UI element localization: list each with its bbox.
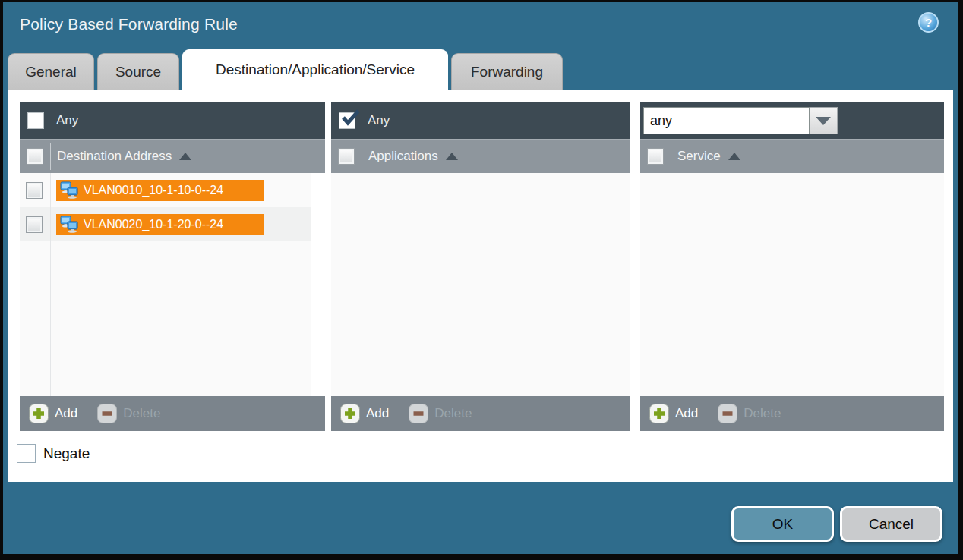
address-object-chip[interactable]: VLAN0020_10-1-20-0--24 — [56, 214, 264, 235]
delete-minus-icon — [409, 404, 428, 423]
service-dropdown — [643, 107, 838, 134]
delete-button-disabled[interactable]: Delete — [718, 404, 781, 423]
delete-minus-icon — [718, 404, 737, 423]
delete-button-disabled[interactable]: Delete — [97, 404, 160, 423]
row-checkbox[interactable] — [26, 216, 43, 233]
add-button[interactable]: Add — [29, 404, 77, 423]
applications-footer: Add Delete — [331, 396, 630, 431]
sort-ascending-icon — [446, 153, 458, 160]
applications-any-label: Any — [368, 113, 390, 128]
applications-column-header[interactable]: Applications — [331, 139, 630, 173]
column-divider — [362, 143, 362, 170]
add-plus-icon — [340, 404, 360, 423]
delete-button-label: Delete — [744, 406, 781, 421]
cancel-button[interactable]: Cancel — [840, 506, 942, 542]
delete-button-label: Delete — [434, 406, 472, 421]
pbf-rule-dialog: Policy Based Forwarding Rule ? General S… — [3, 2, 958, 554]
sort-ascending-icon — [728, 153, 740, 160]
applications-column-label: Applications — [368, 149, 438, 164]
table-row: VLAN0010_10-1-10-0--24 — [20, 173, 311, 207]
service-footer: Add Delete — [640, 396, 944, 431]
service-dropdown-bar — [640, 102, 944, 139]
add-button-label: Add — [675, 406, 698, 421]
applications-select-all-checkbox[interactable] — [338, 148, 355, 165]
delete-minus-icon — [97, 404, 117, 423]
tab-general[interactable]: General — [8, 53, 94, 90]
network-address-icon — [60, 181, 79, 199]
scrollbar-track — [311, 173, 325, 396]
address-object-name: VLAN0020_10-1-20-0--24 — [84, 218, 223, 231]
destination-select-all-checkbox[interactable] — [27, 148, 43, 165]
tab-destination-application-service[interactable]: Destination/Application/Service — [182, 49, 448, 90]
dialog-title: Policy Based Forwarding Rule — [20, 15, 238, 33]
service-dropdown-button[interactable] — [810, 107, 838, 134]
address-object-chip[interactable]: VLAN0010_10-1-10-0--24 — [56, 180, 264, 201]
destination-any-checkbox[interactable] — [27, 112, 44, 129]
tab-source[interactable]: Source — [97, 53, 179, 90]
row-checkbox[interactable] — [26, 182, 43, 199]
destination-any-bar: Any — [20, 102, 325, 139]
service-column-header[interactable]: Service — [640, 139, 944, 173]
service-panel: Service Add — [640, 102, 944, 431]
add-button[interactable]: Add — [649, 404, 698, 423]
negate-option: Negate — [17, 444, 90, 463]
add-button-label: Add — [55, 406, 77, 421]
pbf-rule-dialog-screen: Policy Based Forwarding Rule ? General S… — [0, 0, 963, 560]
delete-button-label: Delete — [123, 406, 160, 421]
destination-address-panel: Any Destination Address — [20, 102, 325, 431]
applications-any-bar: Any — [331, 102, 630, 139]
column-divider — [50, 173, 51, 396]
ok-button[interactable]: OK — [731, 506, 834, 542]
tab-content: Any Destination Address — [8, 90, 953, 482]
add-plus-icon — [649, 404, 669, 423]
checkmark-icon — [340, 109, 360, 128]
tab-bar: General Source Destination/Application/S… — [8, 49, 566, 90]
tab-forwarding[interactable]: Forwarding — [451, 53, 563, 90]
destination-footer: Add Delete — [20, 396, 325, 431]
negate-checkbox[interactable] — [17, 444, 36, 463]
destination-column-header[interactable]: Destination Address — [20, 139, 325, 173]
address-object-name: VLAN0010_10-1-10-0--24 — [84, 184, 223, 197]
add-button-label: Add — [366, 406, 389, 421]
sort-ascending-icon — [179, 153, 191, 160]
chevron-down-icon — [816, 117, 831, 125]
negate-label: Negate — [43, 445, 90, 462]
add-plus-icon — [29, 404, 49, 423]
column-divider — [50, 143, 51, 170]
add-button[interactable]: Add — [340, 404, 389, 423]
applications-list — [331, 173, 630, 396]
destination-column-label: Destination Address — [57, 149, 172, 164]
help-icon[interactable]: ? — [918, 12, 939, 33]
service-list — [640, 173, 944, 396]
service-dropdown-input[interactable] — [643, 107, 810, 134]
applications-panel: Any Applications Add — [331, 102, 630, 431]
destination-list: VLAN0010_10-1-10-0--24 — [20, 173, 325, 396]
column-divider — [671, 143, 671, 170]
service-column-label: Service — [677, 149, 721, 164]
delete-button-disabled[interactable]: Delete — [409, 404, 472, 423]
table-row: VLAN0020_10-1-20-0--24 — [20, 207, 311, 241]
network-address-icon — [60, 216, 79, 233]
service-select-all-checkbox[interactable] — [647, 148, 664, 165]
applications-any-checkbox[interactable] — [339, 112, 355, 129]
destination-any-label: Any — [56, 113, 78, 128]
